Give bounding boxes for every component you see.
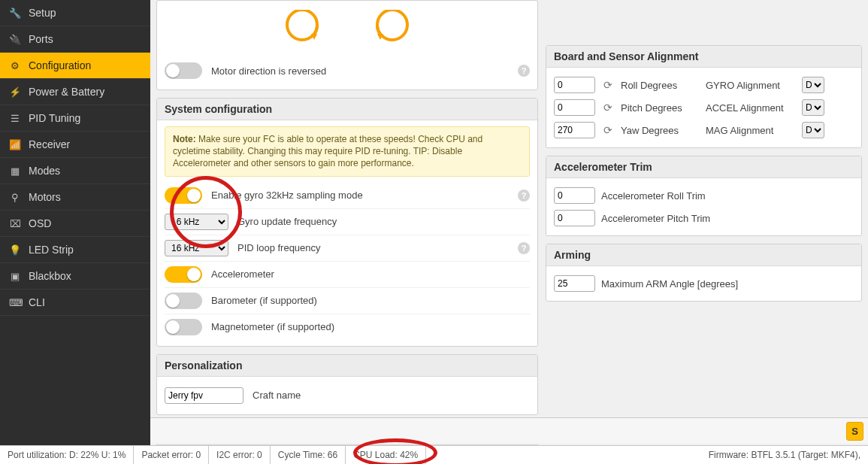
status-firmware: Firmware: BTFL 3.5.1 (Target: MKF4), bbox=[701, 446, 868, 464]
sidebar-item-label: Motors bbox=[29, 191, 61, 203]
sidebar-item-label: CLI bbox=[29, 296, 45, 308]
save-button[interactable]: S bbox=[846, 422, 863, 441]
sidebar: 🔧Setup 🔌Ports ⚙Configuration ⚡Power & Ba… bbox=[0, 0, 150, 445]
sidebar-item-pid[interactable]: ☰PID Tuning bbox=[0, 105, 150, 132]
modes-icon: ▦ bbox=[9, 165, 21, 177]
mag-toggle[interactable] bbox=[165, 319, 202, 335]
sidebar-item-label: Ports bbox=[29, 33, 53, 45]
rotate-icon: ⟳ bbox=[601, 101, 615, 114]
system-config-note: Note: Make sure your FC is able to opera… bbox=[165, 126, 530, 177]
sidebar-item-label: OSD bbox=[29, 217, 51, 229]
accel-pitch-trim-label: Accelerometer Pitch Trim bbox=[601, 213, 710, 224]
sidebar-item-power[interactable]: ⚡Power & Battery bbox=[0, 79, 150, 105]
sidebar-item-label: Setup bbox=[29, 7, 56, 19]
arming-panel: Arming Maximum ARM Angle [degrees] bbox=[546, 244, 862, 302]
accel-align-select[interactable]: De bbox=[802, 99, 824, 116]
motor-icon: ⚲ bbox=[9, 192, 21, 203]
sidebar-item-label: Blackbox bbox=[29, 270, 71, 282]
sidebar-item-configuration[interactable]: ⚙Configuration bbox=[0, 53, 150, 79]
motor-diagram bbox=[165, 7, 530, 58]
alignment-title: Board and Sensor Alignment bbox=[546, 46, 861, 68]
content: Motor direction is reversed ? System con… bbox=[150, 0, 868, 445]
gyro-32k-toggle[interactable] bbox=[165, 187, 202, 204]
wrench-icon: 🔧 bbox=[9, 8, 21, 19]
status-cycle: Cycle Time: 66 bbox=[271, 446, 346, 464]
sidebar-item-blackbox[interactable]: ▣Blackbox bbox=[0, 263, 150, 290]
system-config-title: System configuration bbox=[157, 99, 537, 120]
help-icon[interactable]: ? bbox=[518, 190, 530, 202]
accel-label: Accelerometer bbox=[211, 268, 530, 280]
plug-icon: 🔌 bbox=[9, 34, 21, 45]
cli-icon: ⌨ bbox=[9, 297, 21, 308]
pitch-label: Pitch Degrees bbox=[621, 102, 700, 114]
rotate-icon: ⟳ bbox=[601, 123, 615, 137]
receiver-icon: 📶 bbox=[9, 139, 21, 150]
sidebar-item-led[interactable]: 💡LED Strip bbox=[0, 237, 150, 263]
motor-panel: Motor direction is reversed ? bbox=[156, 0, 538, 90]
status-bar: Port utilization: D: 22% U: 1% Packet er… bbox=[0, 445, 868, 464]
sidebar-item-modes[interactable]: ▦Modes bbox=[0, 158, 150, 184]
alignment-panel: Board and Sensor Alignment ⟳ Roll Degree… bbox=[546, 45, 862, 148]
led-icon: 💡 bbox=[9, 244, 21, 256]
sidebar-item-setup[interactable]: 🔧Setup bbox=[0, 0, 150, 26]
mag-label: Magnetometer (if supported) bbox=[211, 321, 530, 332]
arming-title: Arming bbox=[546, 244, 861, 266]
battery-icon: ⚡ bbox=[9, 86, 21, 98]
sidebar-item-label: Power & Battery bbox=[29, 86, 104, 98]
mag-align-select[interactable]: De bbox=[802, 122, 824, 138]
baro-label: Barometer (if supported) bbox=[211, 295, 530, 306]
accel-trim-panel: Accelerometer Trim Accelerometer Roll Tr… bbox=[546, 156, 862, 236]
accel-roll-trim-input[interactable] bbox=[554, 187, 595, 204]
yaw-label: Yaw Degrees bbox=[621, 125, 700, 136]
pid-freq-label: PID loop frequency bbox=[237, 242, 509, 253]
yaw-deg-input[interactable] bbox=[554, 122, 595, 138]
status-cpu: CPU Load: 42% bbox=[346, 446, 426, 464]
sidebar-item-osd[interactable]: ⌧OSD bbox=[0, 211, 150, 237]
status-port: Port utilization: D: 22% U: 1% bbox=[0, 446, 134, 464]
gyro-freq-select[interactable]: 16 kHz bbox=[165, 214, 228, 230]
sliders-icon: ☰ bbox=[9, 113, 21, 124]
craft-name-label: Craft name bbox=[253, 390, 530, 401]
sidebar-item-label: PID Tuning bbox=[29, 112, 80, 124]
sidebar-item-motors[interactable]: ⚲Motors bbox=[0, 184, 150, 211]
help-icon[interactable]: ? bbox=[518, 65, 530, 77]
accel-pitch-trim-input[interactable] bbox=[554, 210, 595, 226]
help-icon[interactable]: ? bbox=[518, 242, 530, 254]
blackbox-icon: ▣ bbox=[9, 271, 21, 282]
gyro-freq-label: Gyro update frequency bbox=[237, 216, 530, 227]
system-config-panel: System configuration Note: Make sure you… bbox=[156, 98, 538, 347]
accel-align-label: ACCEL Alignment bbox=[706, 102, 796, 114]
craft-name-input[interactable] bbox=[165, 387, 243, 404]
sidebar-item-label: Modes bbox=[29, 165, 60, 177]
status-i2c: I2C error: 0 bbox=[209, 446, 271, 464]
motor-reverse-toggle[interactable] bbox=[165, 62, 202, 79]
status-packet: Packet error: 0 bbox=[134, 446, 209, 464]
sidebar-item-ports[interactable]: 🔌Ports bbox=[0, 26, 150, 53]
sidebar-item-label: LED Strip bbox=[29, 244, 74, 256]
baro-toggle[interactable] bbox=[165, 293, 202, 309]
roll-deg-input[interactable] bbox=[554, 77, 595, 93]
gear-icon: ⚙ bbox=[9, 60, 21, 71]
mag-align-label: MAG Alignment bbox=[706, 125, 796, 136]
sidebar-item-receiver[interactable]: 📶Receiver bbox=[0, 132, 150, 158]
accel-trim-title: Accelerometer Trim bbox=[546, 156, 861, 178]
max-arm-angle-label: Maximum ARM Angle [degrees] bbox=[601, 278, 738, 290]
accel-toggle[interactable] bbox=[165, 266, 202, 283]
gyro-align-select[interactable]: De bbox=[802, 77, 824, 93]
gyro-32k-label: Enable gyro 32kHz sampling mode bbox=[211, 190, 509, 201]
sidebar-item-label: Receiver bbox=[29, 138, 70, 150]
roll-label: Roll Degrees bbox=[621, 80, 700, 91]
motor-reverse-label: Motor direction is reversed bbox=[211, 65, 509, 77]
pitch-deg-input[interactable] bbox=[554, 99, 595, 116]
accel-roll-trim-label: Accelerometer Roll Trim bbox=[601, 190, 706, 202]
pid-freq-select[interactable]: 16 kHz bbox=[165, 240, 228, 256]
personalization-title: Personalization bbox=[157, 355, 537, 377]
max-arm-angle-input[interactable] bbox=[554, 275, 595, 292]
osd-icon: ⌧ bbox=[9, 218, 21, 229]
rotate-icon: ⟳ bbox=[601, 78, 615, 92]
personalization-panel: Personalization Craft name bbox=[156, 354, 538, 415]
sidebar-item-cli[interactable]: ⌨CLI bbox=[0, 290, 150, 316]
sidebar-item-label: Configuration bbox=[29, 59, 91, 71]
gyro-align-label: GYRO Alignment bbox=[706, 80, 796, 91]
action-bar: S bbox=[150, 417, 868, 444]
